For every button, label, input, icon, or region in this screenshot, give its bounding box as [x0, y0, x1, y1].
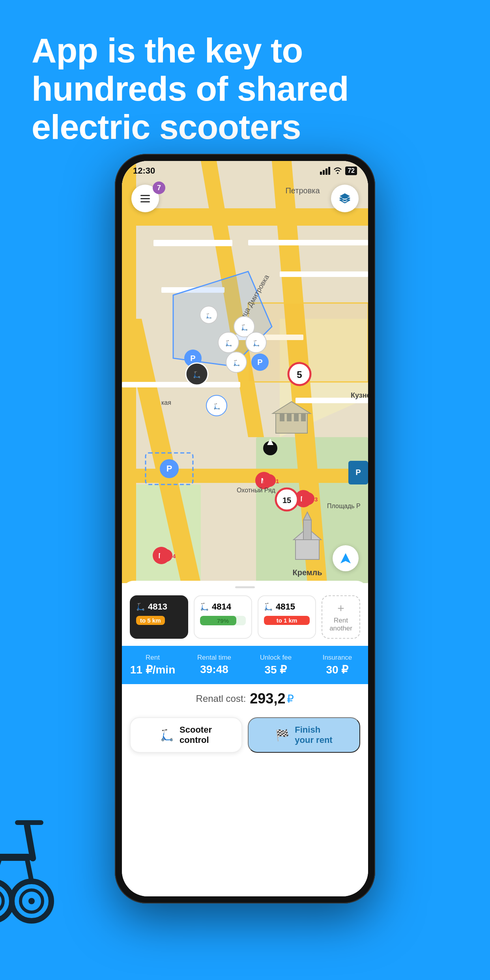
scooter-control-icon: 🛴 [160, 729, 174, 742]
location-button[interactable] [333, 545, 359, 571]
scooter-icon-4813: 🛴 [136, 602, 145, 611]
svg-rect-64 [287, 413, 292, 421]
unlock-label: Unlock fee [245, 654, 307, 662]
scooter-cards-row: 🛴 4813 to 5 km 🛴 4814 79% [122, 588, 368, 639]
notification-badge: 7 [153, 181, 165, 194]
svg-rect-24 [122, 382, 240, 387]
svg-text:🛴: 🛴 [213, 403, 221, 410]
rent-another-card[interactable]: + Rent another [322, 595, 360, 639]
svg-rect-58 [303, 520, 311, 540]
finish-rent-button[interactable]: 🏁 Finish your rent [248, 717, 360, 753]
bottom-panel: 🛴 4813 to 5 km 🛴 4814 79% [122, 581, 368, 896]
info-time: Rental time 39:48 [183, 654, 245, 676]
svg-rect-63 [280, 413, 284, 421]
svg-text:P: P [257, 358, 262, 367]
card-badge-4813: to 5 km [136, 616, 165, 625]
cost-value: 293,2 [250, 690, 285, 707]
svg-text:Кузнецки: Кузнецки [351, 391, 368, 399]
info-insurance: Insurance 30 ₽ [307, 654, 368, 676]
location-icon [340, 552, 352, 564]
svg-text:3: 3 [314, 496, 318, 503]
insurance-value: 30 ₽ [307, 663, 368, 676]
signal-icon [320, 167, 330, 175]
card-badge-4815: to 1 km [264, 616, 310, 625]
scooter-icon-4815: 🛴 [264, 602, 273, 611]
time-value: 39:48 [183, 663, 245, 676]
card-top-4814: 🛴 4814 [200, 602, 246, 612]
svg-rect-56 [295, 540, 319, 559]
svg-text:🛴: 🛴 [253, 340, 260, 347]
svg-text:5: 5 [297, 369, 302, 380]
scooter-icon-4814: 🛴 [200, 602, 209, 611]
svg-rect-65 [294, 413, 299, 421]
svg-line-10 [27, 858, 32, 881]
svg-rect-15 [122, 208, 368, 226]
card-top-4815: 🛴 4815 [264, 602, 310, 612]
phone-shell: P P P P Петровка Улица Дмитровка [115, 154, 375, 903]
svg-marker-91 [340, 553, 351, 563]
svg-rect-26 [280, 271, 368, 277]
svg-marker-90 [340, 200, 350, 203]
cost-row: Renatl cost: 293,2 ₽ [122, 684, 368, 713]
map-area: P P P P Петровка Улица Дмитровка [122, 161, 368, 583]
card-badge-4814: 79% [200, 616, 246, 625]
svg-text:Петровка: Петровка [285, 186, 320, 195]
rent-another-label: Rent another [328, 617, 354, 632]
svg-text:кая: кая [161, 399, 171, 406]
svg-text:Охотный Ряд: Охотный Ряд [237, 487, 275, 494]
svg-rect-8 [15, 820, 43, 825]
svg-point-2 [0, 890, 3, 912]
svg-text:P: P [355, 468, 361, 477]
svg-text:🛴: 🛴 [193, 371, 201, 378]
svg-text:Кремль: Кремль [292, 568, 322, 577]
info-row: Rent 11 ₽/min Rental time 39:48 Unlock f… [122, 646, 368, 684]
cost-currency: ₽ [287, 692, 294, 705]
time-label: Rental time [183, 654, 245, 662]
svg-text:Площадь Р: Площадь Р [327, 503, 361, 509]
scooter-control-button[interactable]: 🛴 Scooter control [130, 717, 242, 753]
info-rent: Rent 11 ₽/min [122, 654, 183, 676]
svg-point-53 [160, 549, 172, 562]
scooter-card-4813[interactable]: 🛴 4813 to 5 km [130, 595, 188, 639]
unlock-value: 35 ₽ [245, 663, 307, 676]
svg-text:🛴: 🛴 [241, 324, 248, 331]
header-title: App is the key to hundreds of shared ele… [32, 32, 458, 146]
card-number-4814: 4814 [212, 602, 231, 612]
svg-text:🛴: 🛴 [206, 313, 212, 319]
scooter-control-line2: control [180, 735, 209, 745]
phone-screen: P P P P Петровка Улица Дмитровка [122, 161, 368, 896]
cost-label: Renatl cost: [196, 693, 246, 704]
svg-text:1: 1 [276, 478, 279, 484]
svg-point-43 [263, 474, 276, 487]
wifi-icon [333, 167, 342, 174]
finish-rent-text: Finish your rent [295, 725, 332, 745]
finish-rent-line2: your rent [295, 735, 332, 745]
rent-value: 11 ₽/min [122, 663, 183, 676]
card-number-4815: 4815 [276, 602, 295, 612]
hamburger-icon [140, 195, 150, 202]
svg-text:15: 15 [282, 496, 291, 505]
rent-label: Rent [122, 654, 183, 662]
svg-point-92 [337, 172, 339, 174]
layers-icon [338, 192, 352, 205]
scooter-control-line1: Scooter [180, 725, 212, 735]
svg-text:P: P [190, 354, 195, 363]
action-buttons: 🛴 Scooter control 🏁 Finish your rent [122, 713, 368, 761]
card-top-4813: 🛴 4813 [136, 602, 182, 612]
svg-point-48 [302, 492, 314, 505]
info-unlock: Unlock fee 35 ₽ [245, 654, 307, 676]
layers-button[interactable] [331, 185, 359, 212]
status-time: 12:30 [133, 166, 155, 176]
svg-point-6 [28, 898, 35, 904]
battery-indicator: 72 [345, 166, 357, 175]
scooter-card-4815[interactable]: 🛴 4815 to 1 km [258, 595, 316, 639]
finish-rent-icon: 🏁 [275, 729, 289, 742]
svg-rect-66 [301, 413, 306, 421]
svg-text:P: P [166, 464, 172, 473]
status-icons: 72 [320, 166, 357, 175]
phone-frame: P P P P Петровка Улица Дмитровка [115, 154, 375, 903]
svg-text:🛴: 🛴 [233, 360, 240, 367]
scooter-card-4814[interactable]: 🛴 4814 79% [194, 595, 252, 639]
svg-text:4: 4 [172, 553, 176, 559]
status-bar: 12:30 72 [122, 161, 368, 181]
